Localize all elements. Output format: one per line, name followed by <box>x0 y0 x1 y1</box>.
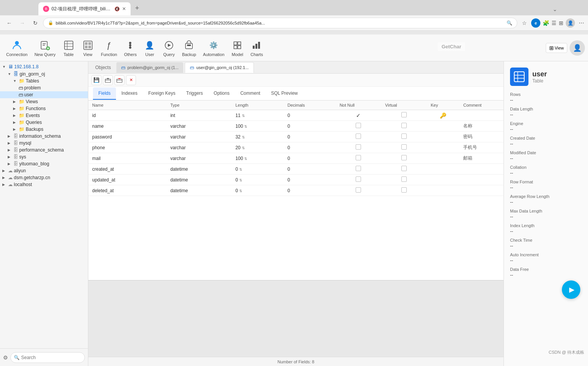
table-row[interactable]: mailvarchar100 ⇅0邮箱 <box>88 153 504 164</box>
perf-schema-arrow-icon: ▶ <box>8 148 12 152</box>
sidebar-item-sys[interactable]: ▶ 🗄 sys <box>0 153 88 160</box>
sidebar-item-info-schema[interactable]: ▶ 🗄 information_schema <box>0 133 88 140</box>
toolbar-view[interactable]: View <box>79 37 97 59</box>
tab-foreign-keys[interactable]: Foreign Keys <box>143 87 181 100</box>
not-null-check[interactable] <box>356 166 361 171</box>
sidebar-item-server[interactable]: ▼ 🖥 192.168.1.8 <box>0 63 88 70</box>
tab-fields[interactable]: Fields <box>93 87 116 100</box>
toolbar-charts[interactable]: Charts <box>247 37 266 59</box>
not-null-check[interactable] <box>356 155 361 160</box>
reload-button[interactable]: ↻ <box>30 18 41 28</box>
sidebar-item-backups[interactable]: ▶ 📁 Backups <box>0 126 88 133</box>
back-button[interactable]: ← <box>4 18 15 28</box>
sidebar-item-perf-schema[interactable]: ▶ 🗄 performance_schema <box>0 147 88 153</box>
virtual-check[interactable] <box>401 176 407 182</box>
tab-options[interactable]: Options <box>208 87 235 100</box>
url-bar[interactable]: 🔒 bilibili.com/video/BV17R4y1c7Td/?p=2&s… <box>43 18 517 28</box>
table-row[interactable]: namevarchar100 ⇅0名称 <box>88 121 504 132</box>
virtual-check[interactable] <box>401 166 407 171</box>
toolbar-view-right[interactable]: ⊞ View <box>546 43 567 53</box>
save-button[interactable]: 💾 <box>91 75 101 85</box>
sidebar-item-mysql[interactable]: ▶ 🗄 mysql <box>0 140 88 147</box>
profile-icon[interactable]: 👤 <box>566 18 575 28</box>
sidebar-settings-icon[interactable]: ⚙ <box>3 354 8 361</box>
tab-close-icon[interactable]: ✕ <box>122 6 126 12</box>
table-row[interactable]: idint11 ⇅0✓🔑 <box>88 110 504 121</box>
tab-sql-preview[interactable]: SQL Preview <box>266 87 303 100</box>
sidebar-item-tables[interactable]: ▼ 📁 Tables <box>0 77 88 84</box>
not-null-check[interactable] <box>356 176 361 182</box>
virtual-check[interactable] <box>401 155 407 160</box>
sidebar-item-database[interactable]: ▼ 🗄 gin_gorm_oj <box>0 70 88 77</box>
menu-icon[interactable]: ⋯ <box>579 20 584 26</box>
sidebar-item-user[interactable]: 🗃 user <box>0 91 88 98</box>
sidebar-item-views[interactable]: ▶ 📁 Views <box>0 98 88 105</box>
virtual-check[interactable] <box>401 123 407 128</box>
search-input[interactable] <box>21 355 81 360</box>
tab-indexes[interactable]: Indexes <box>116 87 143 100</box>
table-row[interactable]: updated_atdatetime0 ⇅0 <box>88 175 504 185</box>
field-length: 100 <box>235 156 243 161</box>
toolbar-others[interactable]: Others <box>121 37 140 59</box>
table-row[interactable]: created_atdatetime0 ⇅0 <box>88 164 504 175</box>
toolbar-table[interactable]: Table <box>60 37 78 59</box>
toolbar-automation[interactable]: ⚙️ Automation <box>200 37 228 59</box>
bookmark-icon[interactable]: ☆ <box>520 18 529 28</box>
property-row: Check Time-- <box>510 238 582 249</box>
table-row[interactable]: deleted_atdatetime0 ⇅0 <box>88 185 504 196</box>
add-row-button[interactable] <box>103 75 113 85</box>
toolbar-backup[interactable]: Backup <box>179 37 199 59</box>
not-null-check[interactable] <box>356 123 361 128</box>
sidebar-search-box[interactable]: 🔍 <box>10 352 85 363</box>
toolbar-new-query[interactable]: New Query <box>31 37 59 59</box>
toolbar-connection[interactable]: Connection <box>3 37 31 59</box>
sidebar-item-yituomao[interactable]: ▶ 🗄 yituomao_blog <box>0 160 88 167</box>
sidebar-item-events[interactable]: ▶ 📁 Events <box>0 112 88 119</box>
virtual-check[interactable] <box>401 134 407 139</box>
toolbar-signin[interactable]: 👤 <box>570 40 585 56</box>
new-tab-button[interactable]: + <box>131 2 143 14</box>
sidebar-item-aliyun[interactable]: ▶ ☁ aliyun <box>0 167 88 174</box>
delete-row-button[interactable] <box>114 75 124 85</box>
toolbar-user[interactable]: 👤 User <box>141 37 159 59</box>
sidebar-item-localhost[interactable]: ▶ ☁ localhost <box>0 181 88 188</box>
active-tab[interactable]: B 02-项目梳理_哔哩哔哩_bilibi... 🔇 ✕ <box>38 2 131 15</box>
sidebar-item-functions[interactable]: ▶ 📁 Functions <box>0 105 88 112</box>
not-null-check[interactable] <box>356 134 361 139</box>
sidebar-item-dsm[interactable]: ▶ ☁ dsm.getcharzp.cn <box>0 174 88 181</box>
tab-comment[interactable]: Comment <box>235 87 266 100</box>
virtual-check[interactable] <box>401 112 407 117</box>
toolbar-function[interactable]: ƒ Function <box>98 37 120 59</box>
split-view-icon[interactable]: ⊞ <box>559 20 563 26</box>
col-type: Type <box>166 101 232 110</box>
tab-expand-icon[interactable]: ⌄ <box>553 6 557 12</box>
clear-button[interactable]: ✕ <box>126 75 136 85</box>
virtual-check[interactable] <box>401 144 407 150</box>
extensions-icon[interactable]: 🧩 <box>543 20 549 26</box>
content-tab-problem[interactable]: 🗃 problem@gin_gorm_oj (1... <box>116 62 183 73</box>
sidebar-item-problem[interactable]: 🗃 problem <box>0 84 88 91</box>
content-tab-user[interactable]: 🗃 user@gin_gorm_oj (192.1... <box>185 62 254 73</box>
field-name: password <box>92 134 112 140</box>
not-null-check[interactable] <box>356 187 361 193</box>
forward-button[interactable]: → <box>17 18 28 28</box>
events-label: Events <box>26 113 40 118</box>
tab-triggers[interactable]: Triggers <box>181 87 209 100</box>
not-null-check[interactable] <box>356 144 361 150</box>
not-null-check[interactable]: ✓ <box>356 112 361 119</box>
table-row[interactable]: phonevarchar20 ⇅0手机号 <box>88 142 504 153</box>
toolbar-model[interactable]: Model <box>228 37 247 59</box>
property-value: -- <box>510 214 582 219</box>
sidebar-item-queries[interactable]: ▶ 📁 Queries <box>0 119 88 126</box>
table-row[interactable]: passwordvarchar32 ⇅0密码 <box>88 132 504 142</box>
new-query-icon <box>39 39 51 51</box>
objects-label[interactable]: Objects <box>91 63 115 72</box>
favorites-icon[interactable]: ☰ <box>552 20 557 26</box>
charts-label: Charts <box>250 52 263 57</box>
bilibili-play-button[interactable]: ▶ <box>562 280 580 299</box>
virtual-check[interactable] <box>401 187 407 193</box>
mute-icon[interactable]: 🔇 <box>114 7 120 12</box>
field-name: deleted_at <box>92 188 114 193</box>
toolbar-query[interactable]: Query <box>160 37 178 59</box>
field-name: mail <box>92 156 101 161</box>
